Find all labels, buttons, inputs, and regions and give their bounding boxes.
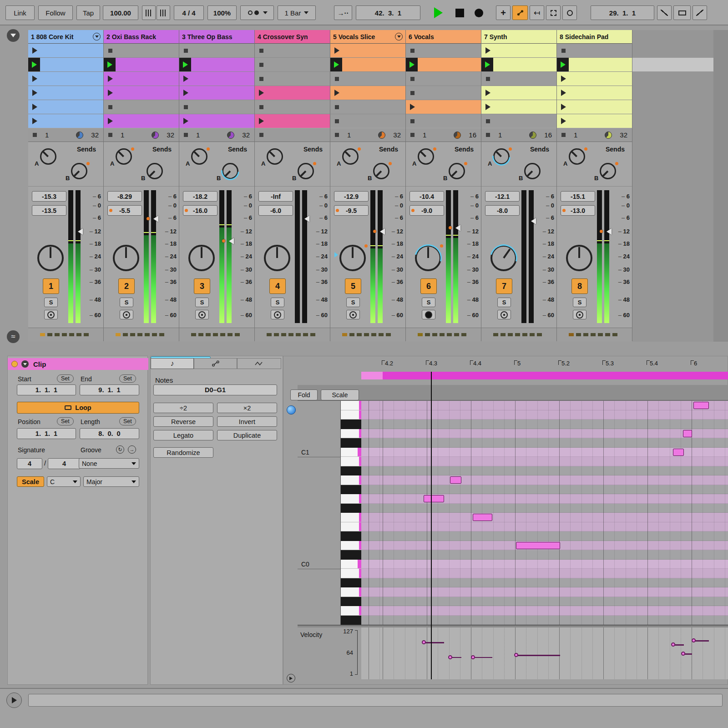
piano-key[interactable] xyxy=(341,597,361,607)
volume-display[interactable]: -16.0 xyxy=(183,205,217,216)
volume-fader-marker[interactable] xyxy=(607,228,612,235)
piano-key[interactable] xyxy=(341,494,361,504)
punch-out-button[interactable] xyxy=(693,5,707,20)
clip-start-field[interactable]: 1. 1. 1 xyxy=(17,384,76,395)
send-b-knob[interactable]: B xyxy=(600,163,616,179)
clip-slot[interactable] xyxy=(406,100,481,114)
clip-slot-empty[interactable] xyxy=(179,44,254,57)
clip-slot-empty[interactable] xyxy=(557,44,632,57)
clip-slot[interactable] xyxy=(330,44,405,57)
automation-arm-button[interactable] xyxy=(512,5,528,20)
clip-slot-playing[interactable] xyxy=(481,58,556,71)
groove-refresh-icon[interactable]: ↻ xyxy=(116,445,124,454)
piano-key[interactable] xyxy=(341,466,361,476)
velocity-marker[interactable] xyxy=(692,638,696,642)
pan-knob[interactable] xyxy=(37,245,64,271)
crossfade-curve-icon[interactable]: ≈ xyxy=(7,330,20,343)
send-b-knob[interactable]: B xyxy=(524,163,541,179)
peak-level-display[interactable]: -10.4 xyxy=(410,191,444,202)
send-a-knob[interactable]: A xyxy=(191,148,207,165)
piano-key[interactable] xyxy=(341,513,361,522)
volume-display[interactable]: -13.5 xyxy=(32,205,66,216)
send-a-knob[interactable]: A xyxy=(116,148,132,165)
duplicate-button[interactable]: Duplicate xyxy=(217,430,277,440)
note-grid[interactable] xyxy=(361,401,728,625)
tab-notes[interactable]: ♪ xyxy=(151,358,194,369)
clip-slot-empty[interactable] xyxy=(255,58,330,71)
set-position-button[interactable]: Set xyxy=(57,417,74,425)
clip-slot-playing[interactable] xyxy=(330,58,405,71)
clip-slot[interactable] xyxy=(255,114,330,128)
volume-display[interactable]: -6.0 xyxy=(258,205,293,216)
chevron-down-icon[interactable] xyxy=(395,33,403,40)
piano-key[interactable] xyxy=(341,531,361,541)
solo-button[interactable]: S xyxy=(497,298,511,307)
midi-note[interactable] xyxy=(450,476,461,484)
clip-activator-icon[interactable] xyxy=(11,361,18,367)
info-view-button[interactable] xyxy=(6,693,22,708)
clip-slot[interactable] xyxy=(104,114,179,128)
track-header[interactable]: 1 808 Core Kit xyxy=(28,30,103,44)
clip-stop-button[interactable] xyxy=(259,133,263,137)
track-header[interactable]: 2 Oxi Bass Rack xyxy=(104,30,179,44)
arm-button[interactable] xyxy=(120,310,133,319)
pan-knob[interactable] xyxy=(264,245,290,271)
send-b-knob[interactable]: B xyxy=(147,163,163,179)
volume-display[interactable]: -13.0 xyxy=(561,205,595,216)
set-length-button[interactable]: Set xyxy=(119,417,136,425)
time-signature-display[interactable]: 4 / 4 xyxy=(174,5,204,20)
clip-slot[interactable] xyxy=(557,114,632,128)
preview-audition-icon[interactable] xyxy=(287,405,296,415)
velocity-lane[interactable] xyxy=(361,627,728,679)
clip-stop-button[interactable] xyxy=(335,133,339,137)
solo-button[interactable]: S xyxy=(44,298,58,307)
volume-fader-marker[interactable] xyxy=(531,218,536,224)
clip-stop-button[interactable] xyxy=(486,133,490,137)
piano-key[interactable] xyxy=(341,578,361,588)
collapse-session-button[interactable] xyxy=(7,29,20,42)
groove-selector[interactable]: None xyxy=(79,458,139,469)
solo-button[interactable]: S xyxy=(346,298,360,307)
solo-button[interactable]: S xyxy=(422,298,435,307)
volume-display[interactable]: -8.0 xyxy=(485,205,520,216)
scale-name-selector[interactable]: Major xyxy=(83,476,139,487)
fold-button[interactable]: Fold xyxy=(290,389,318,400)
piano-key[interactable] xyxy=(341,485,361,495)
clip-slot-empty[interactable] xyxy=(179,100,254,114)
track-activator-button[interactable]: 8 xyxy=(571,278,588,294)
clip-slot-empty[interactable] xyxy=(330,114,405,128)
send-b-knob[interactable]: B xyxy=(449,163,465,179)
piano-key[interactable] xyxy=(341,475,361,485)
metronome-button[interactable] xyxy=(240,5,274,20)
pan-knob[interactable] xyxy=(113,245,139,271)
arm-button[interactable] xyxy=(573,310,586,319)
clip-slot[interactable] xyxy=(104,72,179,86)
arm-button[interactable] xyxy=(497,310,511,319)
send-a-knob[interactable]: A xyxy=(342,148,359,165)
clip-slot[interactable] xyxy=(28,114,103,128)
quantization-display[interactable]: 100% xyxy=(207,5,237,20)
track-activator-button[interactable]: 1 xyxy=(43,278,59,294)
clip-slot-empty[interactable] xyxy=(406,86,481,100)
pan-knob[interactable] xyxy=(339,245,366,271)
clip-slot[interactable] xyxy=(557,100,632,114)
send-b-knob[interactable]: B xyxy=(222,163,238,179)
send-a-knob[interactable]: A xyxy=(267,148,283,165)
track-header[interactable]: 5 Vocals Slice xyxy=(330,30,405,44)
velocity-marker[interactable] xyxy=(681,652,685,656)
punch-in-button[interactable] xyxy=(657,5,672,20)
volume-fader-marker[interactable] xyxy=(78,228,83,235)
clip-slot[interactable] xyxy=(28,72,103,86)
track-header[interactable]: 3 Three Op Bass xyxy=(179,30,254,44)
peak-level-display[interactable]: -15.3 xyxy=(32,191,66,202)
clip-stop-button[interactable] xyxy=(184,133,188,137)
piano-key[interactable] xyxy=(341,429,361,439)
clip-slot[interactable] xyxy=(28,100,103,114)
randomize-button[interactable]: Randomize xyxy=(153,447,213,458)
piano-key[interactable] xyxy=(341,569,361,578)
record-button[interactable] xyxy=(470,5,487,20)
piano-key[interactable] xyxy=(341,550,361,560)
track-activator-button[interactable]: 4 xyxy=(269,278,286,294)
re-enable-automation-button[interactable]: ↤ xyxy=(530,5,544,20)
track-header[interactable]: 7 Synth xyxy=(481,30,556,44)
